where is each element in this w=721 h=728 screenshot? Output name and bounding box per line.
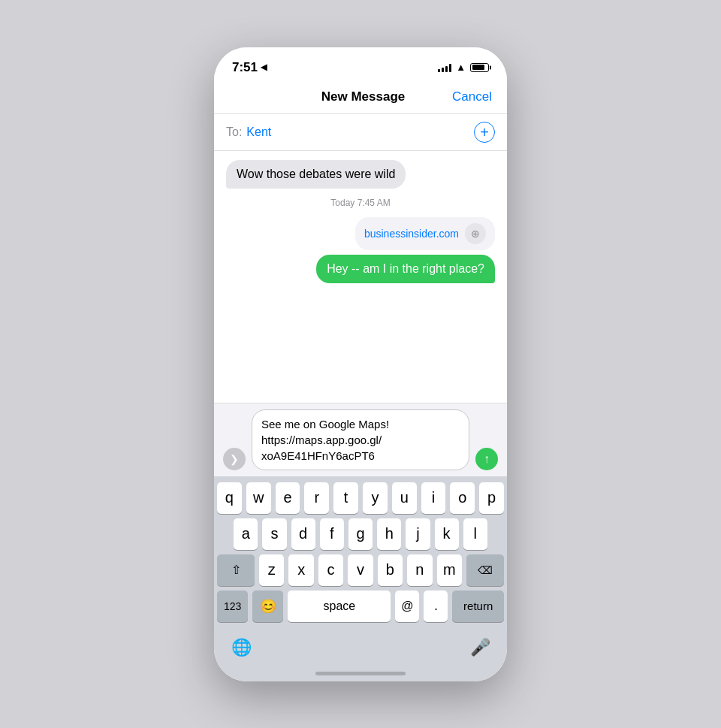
key-c[interactable]: c	[318, 554, 343, 586]
key-t[interactable]: t	[333, 482, 358, 514]
signal-bar-4	[449, 64, 451, 72]
key-n[interactable]: n	[407, 554, 432, 586]
link-text: businessinsider.com	[364, 228, 459, 240]
message-input-area: ❯ See me on Google Maps! https://maps.ap…	[214, 403, 507, 476]
mic-key[interactable]: 🎤	[465, 633, 495, 663]
to-label: To:	[226, 125, 242, 139]
link-bubble[interactable]: businessinsider.com ⊕	[355, 217, 495, 250]
status-icons: ▲	[438, 62, 489, 73]
key-b[interactable]: b	[378, 554, 403, 586]
key-a[interactable]: a	[234, 518, 258, 550]
numbers-key[interactable]: 123	[217, 591, 248, 622]
compass-icon: ⊕	[465, 223, 486, 244]
key-j[interactable]: j	[406, 518, 430, 550]
status-time: 7:51 ◀	[232, 60, 267, 75]
key-w[interactable]: w	[246, 482, 271, 514]
key-h[interactable]: h	[377, 518, 401, 550]
key-p[interactable]: p	[479, 482, 504, 514]
keyboard-row-2: a s d f g h j k l	[217, 518, 504, 550]
key-s[interactable]: s	[262, 518, 286, 550]
time-display: 7:51	[232, 60, 258, 75]
key-m[interactable]: m	[437, 554, 462, 586]
cancel-button[interactable]: Cancel	[452, 89, 492, 104]
key-v[interactable]: v	[348, 554, 373, 586]
send-icon: ↑	[484, 452, 490, 466]
return-key[interactable]: return	[452, 591, 504, 622]
chat-area: Wow those debates were wild Today 7:45 A…	[214, 151, 507, 403]
emoji-key[interactable]: 😊	[252, 591, 283, 622]
add-recipient-button[interactable]: +	[474, 122, 495, 143]
expand-button[interactable]: ❯	[223, 448, 246, 470]
nav-title: New Message	[321, 89, 406, 104]
key-x[interactable]: x	[288, 554, 313, 586]
globe-key[interactable]: 🌐	[226, 633, 256, 663]
message-text: Wow those debates were wild	[237, 168, 395, 180]
location-arrow-icon: ◀	[261, 62, 267, 72]
home-indicator-bar	[315, 672, 406, 675]
signal-bar-3	[445, 66, 448, 72]
keyboard: q w e r t y u i o p a s d f g h j k l ⇧	[214, 476, 507, 630]
status-bar: 7:51 ◀ ▲	[214, 47, 507, 80]
message-input[interactable]: See me on Google Maps! https://maps.app.…	[252, 409, 469, 470]
key-l[interactable]: l	[463, 518, 487, 550]
signal-icon	[438, 63, 451, 72]
key-e[interactable]: e	[276, 482, 300, 514]
space-key[interactable]: space	[288, 591, 391, 622]
timestamp: Today 7:45 AM	[226, 198, 495, 208]
keyboard-bottom-bar: 🌐 🎤	[214, 630, 507, 669]
expand-icon: ❯	[230, 453, 239, 465]
battery-fill	[472, 65, 484, 70]
dot-key[interactable]: .	[424, 591, 448, 622]
key-o[interactable]: o	[450, 482, 475, 514]
send-button[interactable]: ↑	[475, 448, 498, 470]
recipient-name[interactable]: Kent	[246, 125, 474, 139]
key-g[interactable]: g	[348, 518, 373, 550]
keyboard-row-4: 123 😊 space @ . return	[217, 591, 504, 622]
wifi-icon: ▲	[456, 62, 466, 73]
keyboard-row-1: q w e r t y u i o p	[217, 482, 504, 514]
key-z[interactable]: z	[259, 554, 284, 586]
home-indicator-area	[214, 669, 507, 681]
backspace-key[interactable]: ⌫	[466, 554, 504, 586]
key-y[interactable]: y	[363, 482, 388, 514]
phone-frame: 7:51 ◀ ▲ New Message Cancel To: Kent +	[214, 47, 507, 681]
key-i[interactable]: i	[421, 482, 446, 514]
message-bubble-sent: Hey -- am I in the right place?	[316, 255, 495, 283]
key-k[interactable]: k	[435, 518, 459, 550]
shift-key[interactable]: ⇧	[217, 554, 255, 586]
nav-bar: New Message Cancel	[214, 80, 507, 114]
key-u[interactable]: u	[392, 482, 417, 514]
battery-icon	[470, 63, 489, 72]
signal-bar-1	[438, 69, 440, 72]
signal-bar-2	[442, 68, 444, 72]
key-d[interactable]: d	[291, 518, 315, 550]
message-bubble-received: Wow those debates were wild	[226, 160, 406, 189]
key-q[interactable]: q	[217, 482, 242, 514]
keyboard-row-3: ⇧ z x c v b n m ⌫	[217, 554, 504, 586]
key-f[interactable]: f	[320, 518, 344, 550]
to-field: To: Kent +	[214, 114, 507, 151]
at-key[interactable]: @	[395, 591, 419, 622]
message-text-sent: Hey -- am I in the right place?	[327, 262, 484, 275]
key-r[interactable]: r	[304, 482, 329, 514]
